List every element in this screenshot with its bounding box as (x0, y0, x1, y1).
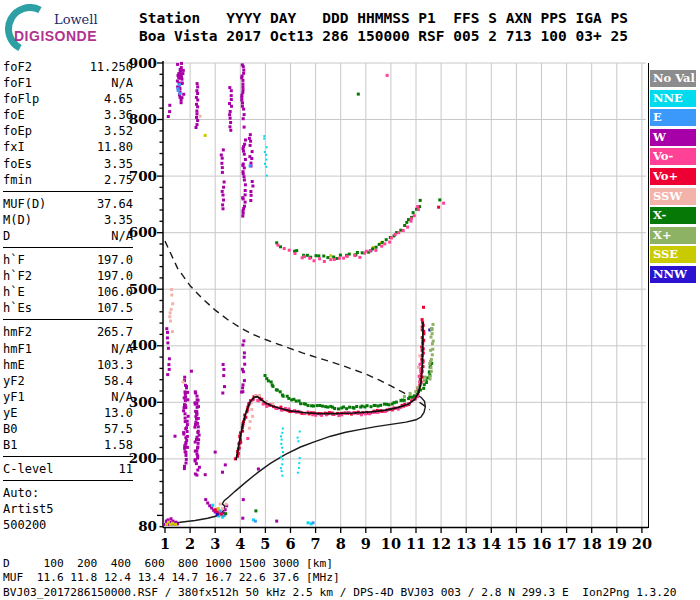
param-row-foEp: foEp3.52 (3, 123, 133, 139)
param-value: 197.0 (97, 252, 133, 268)
legend-item-w: W (650, 129, 696, 146)
param-label: foF2 (3, 59, 32, 75)
param-label: hmF2 (3, 324, 32, 340)
legend-item-e: E (650, 109, 696, 126)
param-row-yE: yE13.0 (3, 405, 133, 421)
legend-item-nnw: NNW (650, 266, 696, 283)
param-value: 3.35 (104, 156, 133, 172)
legend-item-ssw: SSW (650, 188, 696, 205)
svg-text:12: 12 (431, 535, 451, 552)
param-row-fxI: fxI11.80 (3, 139, 133, 155)
svg-text:2: 2 (185, 535, 195, 552)
svg-text:17: 17 (557, 535, 577, 552)
svg-text:3: 3 (210, 535, 220, 552)
legend-item-nne: NNE (650, 90, 696, 107)
param-row-yF2: yF258.4 (3, 373, 133, 389)
param-row-fmin: fmin2.75 (3, 172, 133, 188)
svg-text:14: 14 (481, 535, 501, 552)
logo-digisonde-text: DIGISONDE (14, 28, 97, 44)
panel-footer-line: 500200 (3, 517, 133, 533)
param-label: fxI (3, 139, 25, 155)
header-column-names: Station YYYY DAY DDD HHMMSS P1 FFS S AXN… (139, 10, 628, 26)
panel-footer-line: Artist5 (3, 501, 133, 517)
param-row-D: DN/A (3, 228, 133, 244)
param-label: B1 (3, 437, 17, 453)
param-label: foFlp (3, 91, 39, 107)
param-value: 37.64 (97, 196, 133, 212)
param-value: 265.7 (97, 324, 133, 340)
param-label: h`F (3, 252, 25, 268)
legend-item-x: X- (650, 207, 696, 224)
param-value: 13.0 (104, 405, 133, 421)
panel-divider (3, 456, 133, 457)
param-row-foEs: foEs3.35 (3, 156, 133, 172)
param-row-hmF1: hmF1N/A (3, 341, 133, 357)
panel-divider (3, 480, 133, 481)
svg-text:4: 4 (235, 535, 245, 552)
param-value: 2.75 (104, 172, 133, 188)
svg-text:18: 18 (582, 535, 602, 552)
param-row-B0: B057.5 (3, 421, 133, 437)
svg-text:8: 8 (336, 535, 346, 552)
logo: Lowell DIGISONDE (4, 4, 134, 52)
param-value: 1.58 (104, 437, 133, 453)
param-value: N/A (111, 341, 133, 357)
param-label: M(D) (3, 212, 32, 228)
svg-text:10: 10 (381, 535, 401, 552)
param-label: C-level (3, 461, 54, 477)
param-label: B0 (3, 421, 17, 437)
param-label: fmin (3, 172, 32, 188)
legend-item-noval: No Val (650, 70, 696, 87)
svg-text:80: 80 (138, 518, 157, 534)
legend-item-x: X+ (650, 227, 696, 244)
svg-text:11: 11 (406, 535, 426, 552)
panel-footer-line: Auto: (3, 485, 133, 501)
legend-item-vo: Vo+ (650, 168, 696, 185)
param-row-foF1: foF1N/A (3, 75, 133, 91)
param-label: h`Es (3, 300, 32, 316)
param-row-yF1: yF1N/A (3, 389, 133, 405)
logo-lowell-text: Lowell (54, 12, 98, 27)
param-value: 4.65 (104, 91, 133, 107)
svg-text:900: 900 (129, 55, 157, 71)
param-label: yE (3, 405, 17, 421)
header-station-values: Boa Vista 2017 Oct13 286 150000 RSF 005 … (139, 28, 628, 44)
svg-text:16: 16 (531, 535, 551, 552)
ionogram-app: Lowell DIGISONDE Station YYYY DAY DDD HH… (0, 0, 700, 600)
param-label: foE (3, 107, 25, 123)
param-value: 58.4 (104, 373, 133, 389)
param-row-hmE: hmE103.3 (3, 357, 133, 373)
param-row-Clevel: C-level11 (3, 461, 133, 477)
svg-text:6: 6 (285, 535, 295, 552)
parameter-panel: foF211.250foF1N/AfoFlp4.65foE3.36foEp3.5… (3, 59, 133, 534)
svg-text:600: 600 (129, 224, 157, 240)
param-value: N/A (111, 228, 133, 244)
param-value: 11 (119, 461, 133, 477)
param-value: 11.250 (90, 59, 133, 75)
param-value: 107.5 (97, 300, 133, 316)
svg-text:300: 300 (129, 394, 157, 410)
param-label: foF1 (3, 75, 32, 91)
svg-text:7: 7 (311, 535, 321, 552)
param-value: N/A (111, 75, 133, 91)
param-label: hmE (3, 357, 25, 373)
param-label: yF2 (3, 373, 25, 389)
param-row-MD: M(D)3.35 (3, 212, 133, 228)
param-value: 106.0 (97, 284, 133, 300)
param-row-foFlp: foFlp4.65 (3, 91, 133, 107)
footer-d-row: D 100 200 400 600 800 1000 1500 3000 [km… (3, 557, 333, 570)
footer-muf-row: MUF 11.6 11.8 12.4 13.4 14.7 16.7 22.6 3… (3, 571, 340, 584)
param-value: 57.5 (104, 421, 133, 437)
param-value: 3.36 (104, 107, 133, 123)
panel-divider (3, 191, 133, 192)
param-row-foF2: foF211.250 (3, 59, 133, 75)
panel-divider (3, 247, 133, 248)
param-row-hE: h`E106.0 (3, 284, 133, 300)
svg-text:800: 800 (129, 111, 157, 127)
param-label: D (3, 228, 10, 244)
param-label: foEp (3, 123, 32, 139)
param-row-hF2: h`F2197.0 (3, 268, 133, 284)
svg-text:19: 19 (607, 535, 627, 552)
param-label: hmF1 (3, 341, 32, 357)
svg-text:500: 500 (129, 281, 157, 297)
